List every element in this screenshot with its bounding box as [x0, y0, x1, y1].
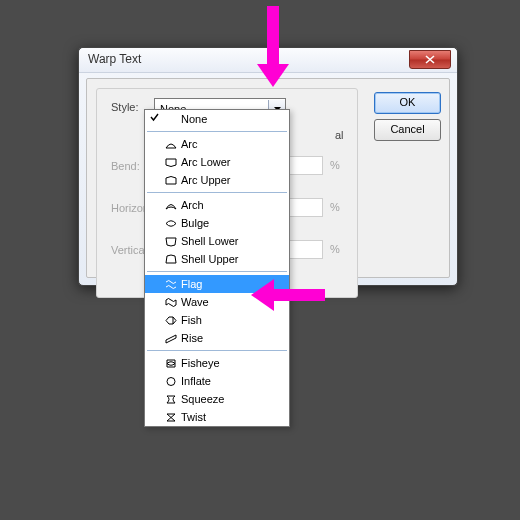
- rise-icon: [165, 333, 177, 344]
- squeeze-icon: [165, 394, 177, 405]
- dropdown-item-inflate[interactable]: Inflate: [145, 372, 289, 390]
- fisheye-icon: [165, 358, 177, 369]
- dropdown-item-label: None: [181, 113, 207, 125]
- inflate-icon: [165, 376, 177, 387]
- shellupper-icon: [165, 254, 177, 265]
- dropdown-item-label: Arch: [181, 199, 204, 211]
- dropdown-item-label: Squeeze: [181, 393, 224, 405]
- dropdown-item-label: Fish: [181, 314, 202, 326]
- dropdown-item-twist[interactable]: Twist: [145, 408, 289, 426]
- bend-percent: %: [330, 159, 340, 171]
- dropdown-item-label: Flag: [181, 278, 202, 290]
- dropdown-item-fish[interactable]: Fish: [145, 311, 289, 329]
- cancel-button[interactable]: Cancel: [374, 119, 441, 141]
- style-label: Style:: [111, 101, 139, 113]
- svg-point-0: [167, 377, 175, 385]
- fish-icon: [165, 315, 177, 326]
- dropdown-item-label: Bulge: [181, 217, 209, 229]
- dropdown-item-label: Twist: [181, 411, 206, 423]
- dropdown-item-arc-lower[interactable]: Arc Lower: [145, 153, 289, 171]
- arch-icon: [165, 200, 177, 211]
- dropdown-item-shell-lower[interactable]: Shell Lower: [145, 232, 289, 250]
- dropdown-item-label: Shell Upper: [181, 253, 238, 265]
- dropdown-item-fisheye[interactable]: Fisheye: [145, 354, 289, 372]
- dropdown-item-label: Fisheye: [181, 357, 220, 369]
- wave-icon: [165, 297, 177, 308]
- bulge-icon: [165, 218, 177, 229]
- dropdown-item-label: Arc Lower: [181, 156, 231, 168]
- dropdown-item-label: Inflate: [181, 375, 211, 387]
- dropdown-item-label: Arc Upper: [181, 174, 231, 186]
- dropdown-item-rise[interactable]: Rise: [145, 329, 289, 347]
- shelllower-icon: [165, 236, 177, 247]
- style-dropdown[interactable]: NoneArcArc LowerArc UpperArchBulgeShell …: [144, 109, 290, 427]
- dropdown-item-shell-upper[interactable]: Shell Upper: [145, 250, 289, 268]
- vertical-suffix: al: [335, 129, 344, 141]
- hdist-percent: %: [330, 201, 340, 213]
- dropdown-item-none[interactable]: None: [145, 110, 289, 128]
- dropdown-item-arch[interactable]: Arch: [145, 196, 289, 214]
- bend-label: Bend:: [111, 160, 140, 172]
- arcupper-icon: [165, 175, 177, 186]
- dropdown-separator: [147, 131, 287, 132]
- dropdown-separator: [147, 192, 287, 193]
- dropdown-item-label: Wave: [181, 296, 209, 308]
- dropdown-item-arc[interactable]: Arc: [145, 135, 289, 153]
- dialog-title: Warp Text: [88, 52, 141, 66]
- arc-icon: [165, 139, 177, 150]
- vdist-percent: %: [330, 243, 340, 255]
- close-icon: [425, 55, 435, 64]
- twist-icon: [165, 412, 177, 423]
- close-button[interactable]: [409, 50, 451, 69]
- dropdown-item-label: Arc: [181, 138, 198, 150]
- dropdown-item-squeeze[interactable]: Squeeze: [145, 390, 289, 408]
- dropdown-item-bulge[interactable]: Bulge: [145, 214, 289, 232]
- ok-button[interactable]: OK: [374, 92, 441, 114]
- dropdown-item-arc-upper[interactable]: Arc Upper: [145, 171, 289, 189]
- dropdown-separator: [147, 350, 287, 351]
- dropdown-item-label: Shell Lower: [181, 235, 238, 247]
- flag-icon: [165, 279, 177, 290]
- dropdown-item-label: Rise: [181, 332, 203, 344]
- check-icon: [150, 113, 159, 122]
- dropdown-separator: [147, 271, 287, 272]
- arclower-icon: [165, 157, 177, 168]
